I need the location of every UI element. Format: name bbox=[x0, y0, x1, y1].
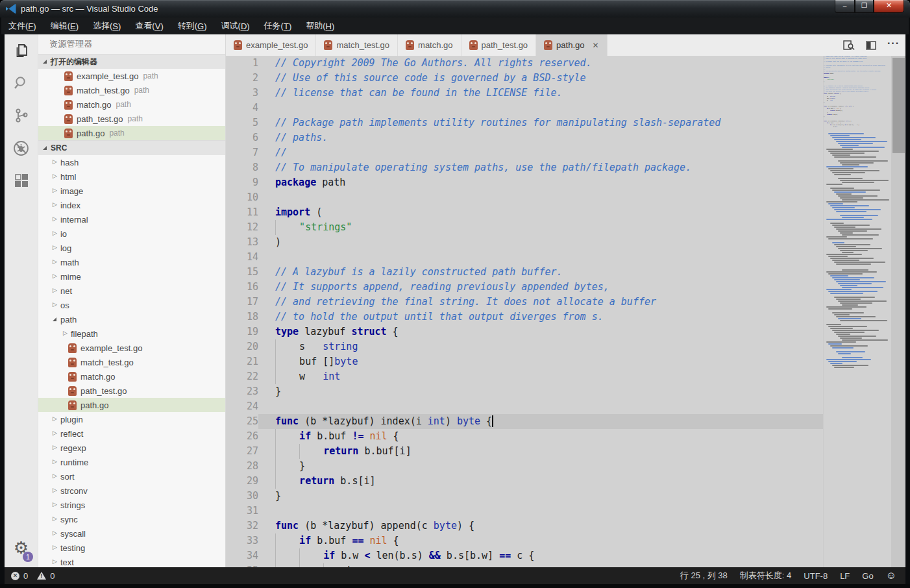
tab-path_test.go[interactable]: path_test.go bbox=[461, 34, 537, 56]
tree-item-syscall[interactable]: ▷syscall bbox=[38, 526, 225, 541]
search-icon bbox=[13, 75, 30, 92]
menu-item-v[interactable]: 查看(V) bbox=[128, 18, 170, 34]
encoding[interactable]: UTF-8 bbox=[804, 571, 828, 581]
chevron-expanded-icon bbox=[43, 60, 47, 64]
line-number: 29 bbox=[226, 474, 258, 489]
tab-size[interactable]: 制表符长度: 4 bbox=[740, 570, 791, 582]
tree-item-os[interactable]: ▷os bbox=[38, 298, 225, 312]
line-content: // bbox=[258, 145, 824, 160]
tree-item-runtime[interactable]: ▷runtime bbox=[38, 455, 225, 469]
tree-item-match_test.go[interactable]: match_test.go bbox=[38, 355, 225, 369]
language-mode[interactable]: Go bbox=[862, 571, 873, 581]
maximize-button[interactable]: ❐ bbox=[855, 0, 874, 13]
tree-item-image[interactable]: ▷image bbox=[38, 184, 225, 198]
code-line: 14 bbox=[226, 250, 824, 265]
minimap-mark bbox=[832, 225, 870, 226]
tree-item-label: strconv bbox=[60, 486, 88, 496]
close-tab-icon[interactable]: ✕ bbox=[592, 41, 598, 50]
tree-item-path[interactable]: path bbox=[38, 312, 225, 326]
activity-bar-item-extensions[interactable] bbox=[5, 164, 38, 197]
code-line: 9package path bbox=[226, 175, 824, 190]
open-editor-item[interactable]: example_test.gopath bbox=[38, 69, 225, 83]
tree-item-index[interactable]: ▷index bbox=[38, 198, 225, 212]
line-content: if b.w < len(b.s) && b.s[b.w] == c { bbox=[258, 548, 824, 563]
tree-item-path.go[interactable]: path.go bbox=[38, 398, 225, 412]
tab-example_test.go[interactable]: example_test.go bbox=[226, 34, 316, 56]
tab-match_test.go[interactable]: match_test.go bbox=[316, 34, 398, 56]
feedback-smiley-icon[interactable]: ☺ bbox=[886, 570, 896, 582]
minimap-mark bbox=[834, 262, 885, 263]
minimap-mark bbox=[828, 203, 843, 204]
activity-bar-item-explorer[interactable] bbox=[5, 34, 38, 67]
eol[interactable]: LF bbox=[840, 571, 850, 581]
minimap-mark bbox=[834, 314, 850, 315]
tree-item-html[interactable]: ▷html bbox=[38, 169, 225, 184]
scrollbar-thumb[interactable] bbox=[892, 58, 905, 153]
activity-bar-item-source-control[interactable] bbox=[5, 99, 38, 132]
open-editor-item[interactable]: match.gopath bbox=[38, 97, 225, 112]
tree-item-sync[interactable]: ▷sync bbox=[38, 512, 225, 526]
menu-item-f[interactable]: 文件(F) bbox=[1, 18, 43, 34]
line-content: func (b *lazybuf) append(c byte) { bbox=[258, 519, 824, 533]
tree-item-plugin[interactable]: ▷plugin bbox=[38, 412, 225, 426]
problems-status[interactable]: ✕ 0 0 bbox=[5, 571, 55, 581]
open-editors-list: example_test.gopathmatch_test.gopathmatc… bbox=[38, 69, 225, 140]
tree-item-path_test.go[interactable]: path_test.go bbox=[38, 384, 225, 398]
tree-item-strconv[interactable]: ▷strconv bbox=[38, 484, 225, 498]
tree-item-net[interactable]: ▷net bbox=[38, 284, 225, 298]
tree-item-text[interactable]: ▷text bbox=[38, 555, 225, 567]
tab-label: path.go bbox=[556, 40, 584, 50]
tab-label: example_test.go bbox=[246, 40, 308, 50]
cursor-position[interactable]: 行 25 , 列 38 bbox=[680, 570, 728, 582]
minimap-mark bbox=[836, 228, 881, 230]
minimap-mark bbox=[838, 283, 872, 284]
split-editor-icon[interactable] bbox=[866, 41, 876, 50]
menu-item-g[interactable]: 转到(G) bbox=[171, 18, 214, 34]
activity-bar-item-debug[interactable] bbox=[5, 132, 38, 164]
open-editor-item[interactable]: match_test.gopath bbox=[38, 83, 225, 97]
minimap-mark bbox=[826, 359, 871, 360]
tab-path.go[interactable]: path.go✕ bbox=[536, 34, 607, 56]
src-root-header[interactable]: SRC bbox=[38, 140, 225, 155]
tree-item-io[interactable]: ▷io bbox=[38, 227, 225, 241]
open-editors-header[interactable]: 打开的编辑器 bbox=[38, 54, 225, 69]
tree-item-reflect[interactable]: ▷reflect bbox=[38, 426, 225, 441]
open-editor-item[interactable]: path_test.gopath bbox=[38, 112, 225, 126]
tree-item-sort[interactable]: ▷sort bbox=[38, 469, 225, 484]
tree-item-regexp[interactable]: ▷regexp bbox=[38, 441, 225, 455]
tree-item-internal[interactable]: ▷internal bbox=[38, 212, 225, 227]
menu-item-h[interactable]: 帮助(H) bbox=[299, 18, 341, 34]
open-editor-name: example_test.go bbox=[77, 71, 138, 81]
open-preview-icon[interactable] bbox=[843, 40, 855, 51]
menu-item-t[interactable]: 任务(T) bbox=[257, 18, 299, 34]
minimap-line: // Package path implements utility routi… bbox=[824, 64, 891, 66]
more-actions-icon[interactable]: ··· bbox=[887, 38, 900, 49]
minimap[interactable]: // Copyright 2009 The Go Authors. All ri… bbox=[823, 56, 891, 567]
code-editor[interactable]: 1// Copyright 2009 The Go Authors. All r… bbox=[226, 56, 824, 567]
tab-label: match.go bbox=[418, 40, 452, 50]
settings-gear-button[interactable]: ⚙1 bbox=[5, 533, 38, 562]
activity-bar-item-search[interactable] bbox=[5, 67, 38, 99]
open-editor-item[interactable]: path.gopath bbox=[38, 126, 225, 140]
close-button[interactable]: ✕ bbox=[874, 0, 904, 13]
tree-item-match.go[interactable]: match.go bbox=[38, 369, 225, 384]
tree-item-testing[interactable]: ▷testing bbox=[38, 541, 225, 555]
editor-scrollbar[interactable] bbox=[891, 56, 905, 567]
line-content: } bbox=[258, 489, 824, 504]
minimap-mark bbox=[826, 149, 853, 150]
tree-item-strings[interactable]: ▷strings bbox=[38, 498, 225, 512]
minimap-mark bbox=[828, 168, 854, 169]
line-number: 22 bbox=[226, 369, 258, 384]
menu-item-s[interactable]: 选择(S) bbox=[86, 18, 128, 34]
tree-item-log[interactable]: ▷log bbox=[38, 241, 225, 255]
line-number: 32 bbox=[226, 519, 258, 533]
tab-match.go[interactable]: match.go bbox=[398, 34, 461, 56]
menu-item-d[interactable]: 调试(D) bbox=[214, 18, 257, 34]
tree-item-example_test.go[interactable]: example_test.go bbox=[38, 341, 225, 355]
minimize-button[interactable]: – bbox=[835, 0, 855, 13]
tree-item-hash[interactable]: ▷hash bbox=[38, 155, 225, 169]
menu-item-e[interactable]: 编辑(E) bbox=[43, 18, 86, 34]
tree-item-filepath[interactable]: ▷filepath bbox=[38, 326, 225, 341]
tree-item-mime[interactable]: ▷mime bbox=[38, 269, 225, 284]
tree-item-math[interactable]: ▷math bbox=[38, 255, 225, 269]
